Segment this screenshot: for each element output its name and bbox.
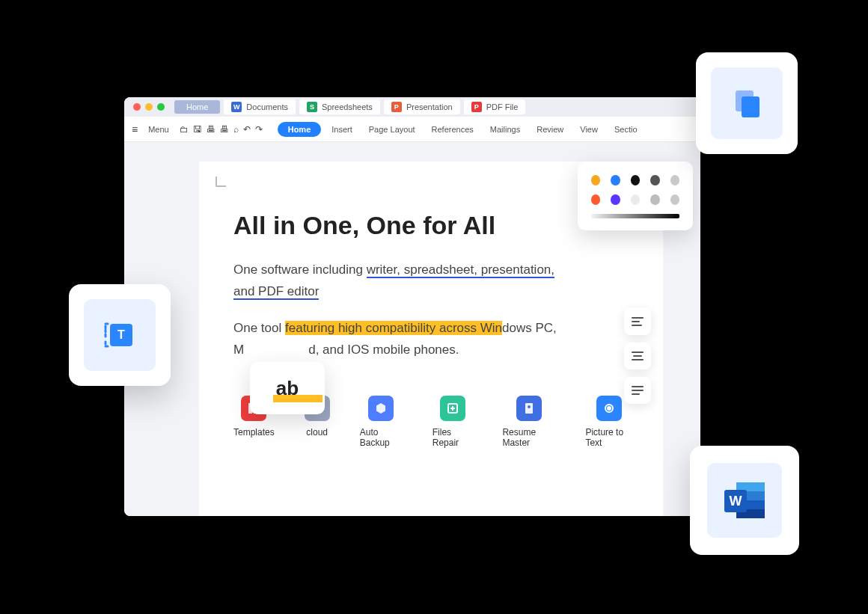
close-icon[interactable]: [133, 103, 141, 111]
ribbon-mailings[interactable]: Mailings: [484, 122, 526, 137]
align-panel: [624, 308, 651, 404]
underlined-text: writer, spreadsheet, presentation,: [367, 263, 554, 278]
titlebar: Home W Documents S Spreedsheets P Presen…: [124, 97, 700, 117]
ribbon-view[interactable]: View: [574, 122, 604, 137]
swatch[interactable]: [631, 175, 640, 185]
swatch[interactable]: [591, 194, 600, 205]
swatch[interactable]: [591, 175, 600, 185]
printpreview-icon[interactable]: 🖶: [220, 124, 229, 135]
svg-point-6: [528, 405, 531, 408]
underlined-text: and PDF editor: [233, 284, 319, 300]
maximize-icon[interactable]: [157, 103, 165, 111]
folder-icon[interactable]: 🗀: [180, 124, 189, 135]
feature-filesrepair[interactable]: Files Repair: [433, 396, 473, 448]
feature-label: cloud: [306, 427, 328, 438]
backup-icon: [368, 396, 394, 421]
tab-label: Documents: [246, 102, 288, 111]
swatch[interactable]: [650, 175, 659, 185]
align-left-button[interactable]: [624, 308, 651, 335]
paragraph-1: One software including writer, spreadshe…: [233, 260, 633, 303]
pdf-icon: P: [471, 102, 482, 112]
minimize-icon[interactable]: [145, 103, 153, 111]
gradient-bar[interactable]: [591, 214, 679, 218]
feature-autobackup[interactable]: Auto Backup: [360, 396, 403, 448]
tab-presentation[interactable]: P Presentation: [384, 99, 460, 114]
text: One software including: [233, 263, 367, 277]
ribbon-pagelayout[interactable]: Page Layout: [363, 122, 421, 137]
textbox-card: T: [69, 284, 171, 386]
swatch[interactable]: [650, 194, 659, 205]
feature-resumemaster[interactable]: Resume Master: [502, 396, 555, 448]
tab-documents[interactable]: W Documents: [224, 99, 296, 114]
color-palette: [578, 162, 693, 230]
tab-spreadsheets[interactable]: S Spreedsheets: [299, 99, 380, 114]
ribbon-home[interactable]: Home: [278, 122, 322, 137]
highlight-sample-card: ab: [250, 362, 325, 414]
zoom-icon[interactable]: ⌕: [233, 124, 239, 135]
resume-icon: [516, 396, 542, 421]
swatch[interactable]: [670, 194, 679, 205]
palette-row-2: [591, 194, 679, 205]
margin-guide-icon: [216, 176, 226, 187]
ribbon-sections[interactable]: Sectio: [608, 122, 644, 137]
svg-rect-21: [742, 96, 760, 117]
word-icon: W: [720, 478, 769, 523]
svg-text:T: T: [117, 328, 125, 341]
ribbon-review[interactable]: Review: [531, 122, 569, 137]
save-icon[interactable]: 🖫: [193, 124, 202, 135]
svg-text:W: W: [730, 494, 742, 509]
word-card: W: [690, 446, 799, 555]
align-justify-button[interactable]: [624, 377, 651, 404]
writer-icon: W: [231, 102, 242, 112]
text: One tool: [233, 321, 285, 335]
tab-label: Presentation: [406, 102, 453, 111]
copy-card: [696, 52, 798, 154]
copy-icon: [727, 83, 767, 123]
svg-point-8: [608, 407, 611, 410]
text: d, and IOS mobile phones.: [308, 343, 459, 357]
toolbar: ≡ Menu 🗀 🖫 🖶 🖶 ⌕ ↶ ↷ Home Insert Page La…: [124, 117, 700, 142]
tab-pdf[interactable]: P PDF File: [464, 99, 526, 114]
highlight-sample-text: ab: [276, 377, 299, 400]
app-window: Home W Documents S Spreedsheets P Presen…: [124, 97, 700, 516]
text: dows PC,: [502, 321, 557, 335]
swatch[interactable]: [631, 194, 640, 205]
feature-label: Auto Backup: [360, 427, 403, 448]
align-center-button[interactable]: [624, 343, 651, 369]
tab-home[interactable]: Home: [174, 100, 220, 114]
traffic-lights: [133, 103, 165, 111]
feature-label: Files Repair: [433, 427, 473, 448]
feature-label: Templates: [233, 427, 275, 438]
swatch[interactable]: [670, 175, 679, 185]
ocr-icon: [596, 396, 622, 421]
ribbon-insert[interactable]: Insert: [326, 122, 358, 137]
hamburger-icon[interactable]: ≡: [132, 123, 138, 135]
print-icon[interactable]: 🖶: [207, 124, 216, 135]
tab-label: PDF File: [486, 102, 519, 111]
page-title: All in One, One for All: [233, 211, 633, 240]
text-icon: T: [100, 315, 140, 355]
feature-label: Resume Master: [502, 427, 555, 448]
redo-icon[interactable]: ↷: [255, 124, 263, 135]
swatch[interactable]: [611, 194, 620, 205]
spreadsheet-icon: S: [307, 102, 317, 112]
repair-icon: [440, 396, 465, 421]
palette-row-1: [591, 175, 679, 185]
presentation-icon: P: [391, 102, 402, 112]
ribbon-references[interactable]: References: [426, 122, 480, 137]
undo-icon[interactable]: ↶: [243, 124, 251, 135]
menu-button[interactable]: Menu: [142, 122, 175, 137]
highlighted-text: featuring high compatibility across Win: [285, 321, 502, 335]
swatch[interactable]: [611, 175, 620, 185]
feature-label: Picture to Text: [585, 427, 633, 448]
text: M: [233, 343, 244, 357]
paragraph-2: One tool featuring high compatibility ac…: [233, 318, 633, 361]
tab-label: Spreedsheets: [322, 102, 373, 111]
